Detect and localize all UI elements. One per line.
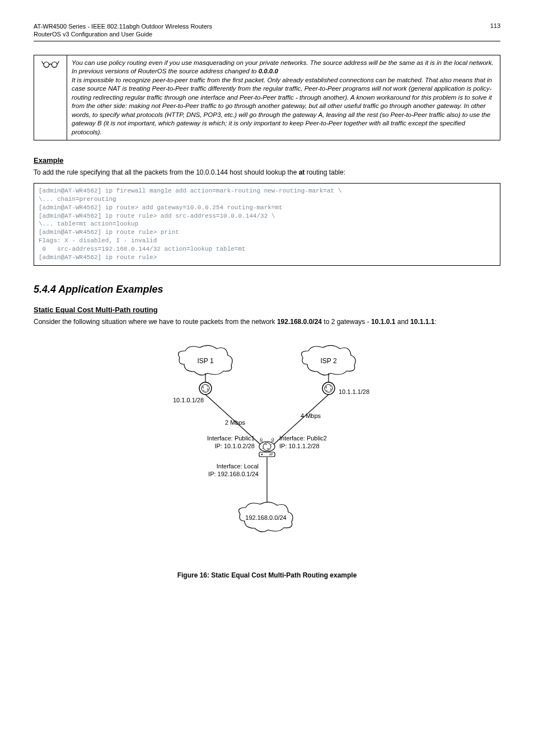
diagram-svg: AP ISP 1 ISP 2 10.1.0.1/28 bbox=[133, 335, 401, 559]
ecmp-intro-d: and bbox=[395, 318, 410, 326]
svg-point-1 bbox=[51, 62, 57, 67]
ip-left: 10.1.0.1/28 bbox=[173, 397, 204, 403]
header-line2: RouterOS v3 Configuration and User Guide bbox=[34, 31, 152, 37]
page-header: AT-WR4500 Series - IEEE 802.11abgh Outdo… bbox=[34, 22, 500, 39]
example-heading: Example bbox=[34, 156, 500, 165]
example-intro-a: To add the rule specifying that all the … bbox=[34, 168, 299, 176]
note-text: You can use policy routing even if you u… bbox=[67, 55, 500, 140]
if-pub1-b: IP: 10.1.0.2/28 bbox=[214, 443, 255, 449]
page-number: 113 bbox=[490, 22, 500, 29]
note-para2: It is impossible to recognize peer-to-pe… bbox=[72, 77, 492, 135]
glasses-icon bbox=[41, 63, 59, 70]
figure-caption: Figure 16: Static Equal Cost Multi-Path … bbox=[34, 571, 500, 579]
ecmp-intro-b3: 10.1.1.1 bbox=[410, 318, 434, 326]
rate-right: 4 Mbps bbox=[301, 412, 321, 419]
example-intro-bold: at bbox=[299, 168, 305, 176]
bottom-net: 192.168.0.0/24 bbox=[245, 514, 286, 521]
example-intro-b: routing table: bbox=[305, 168, 345, 176]
if-pub1-a: Interface: Public1 bbox=[207, 435, 255, 442]
header-title: AT-WR4500 Series - IEEE 802.11abgh Outdo… bbox=[34, 22, 212, 39]
network-diagram: AP ISP 1 ISP 2 10.1.0.1/28 bbox=[34, 335, 500, 559]
header-rule bbox=[34, 41, 500, 41]
example-intro: To add the rule specifying that all the … bbox=[34, 168, 500, 177]
note-box: You can use policy routing even if you u… bbox=[34, 55, 500, 141]
ip-right: 10.1.1.1/28 bbox=[339, 388, 369, 395]
if-local-a: Interface: Local bbox=[217, 463, 259, 469]
note-icon-cell bbox=[34, 55, 67, 140]
note-para1-bold: 0.0.0.0 bbox=[259, 68, 278, 74]
app-examples-heading: 5.4.4 Application Examples bbox=[34, 284, 500, 295]
ecmp-intro-b2: 10.1.0.1 bbox=[371, 318, 395, 326]
isp1-label: ISP 1 bbox=[197, 357, 213, 365]
if-pub2-b: IP: 10.1.1.2/28 bbox=[279, 443, 320, 449]
ecmp-intro-e: : bbox=[434, 318, 436, 326]
if-local-b: IP: 192.168.0.1/24 bbox=[208, 471, 259, 477]
static-ecmp-intro: Consider the following situation where w… bbox=[34, 317, 500, 327]
ecmp-intro-b1: 192.168.0.0/24 bbox=[277, 318, 322, 326]
ecmp-intro-c: to 2 gateways - bbox=[322, 318, 371, 326]
svg-point-0 bbox=[44, 62, 49, 67]
isp2-label: ISP 2 bbox=[320, 357, 336, 365]
rate-left: 2 Mbps bbox=[225, 419, 246, 426]
ecmp-intro-a: Consider the following situation where w… bbox=[34, 318, 277, 326]
note-para1-a: You can use policy routing even if you u… bbox=[72, 59, 494, 75]
header-line1: AT-WR4500 Series - IEEE 802.11abgh Outdo… bbox=[34, 23, 212, 30]
if-pub2-a: Interface: Public2 bbox=[279, 435, 327, 442]
static-ecmp-heading: Static Equal Cost Multi-Path routing bbox=[34, 306, 500, 314]
example-code: [admin@AT-WR4562] ip firewall mangle add… bbox=[34, 183, 500, 266]
